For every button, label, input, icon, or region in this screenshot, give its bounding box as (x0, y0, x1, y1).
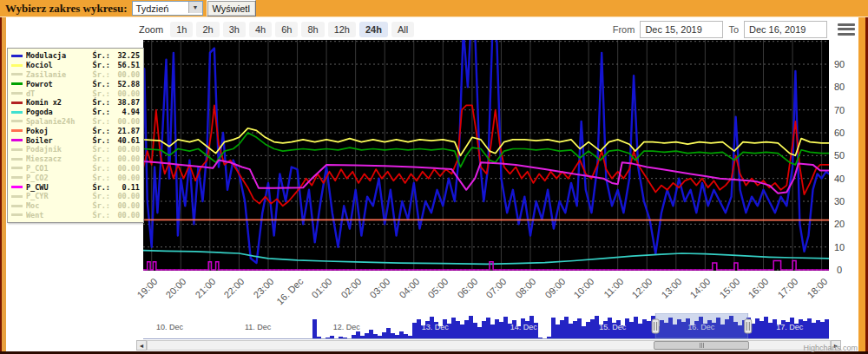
legend-swatch (11, 139, 23, 141)
legend-swatch (11, 186, 23, 188)
legend-item-spalanie24h[interactable]: Spalanie24hŚr.:00.00 (11, 117, 140, 127)
y-tick-90: 90 (831, 59, 848, 69)
legend-swatch (11, 92, 23, 95)
legend-series-name: Spalanie24h (26, 117, 93, 126)
legend-avg-prefix: Śr.: (93, 145, 110, 154)
range-selection-bar: Wybierz zakres wykresu: Tydzień ▼ Wyświe… (0, 0, 868, 17)
legend-avg-value: 56.51 (112, 61, 140, 69)
legend-avg-prefix: Śr.: (93, 201, 110, 210)
legend-avg-prefix: Śr.: (93, 211, 110, 220)
legend-series-name: Modulacja (26, 51, 93, 60)
navigator-left-handle[interactable] (652, 319, 659, 333)
navigator-label-13-Dec: 13. Dec (422, 323, 450, 331)
zoom-button-3h[interactable]: 3h (223, 22, 246, 37)
legend-swatch (11, 73, 23, 75)
legend-item-pokoj[interactable]: PokojŚr.:21.87 (11, 126, 140, 135)
scrollbar-left-arrow[interactable]: ◄ (136, 340, 147, 351)
legend-avg-value: 00.00 (112, 89, 140, 98)
x-tick-08-00: 08:00 (502, 276, 537, 311)
legend-item-p-cyr[interactable]: P_CYRŚr.:00.00 (11, 192, 140, 201)
zoom-button-all[interactable]: All (391, 22, 414, 37)
legend-avg-value: 00.00 (112, 174, 140, 182)
legend-avg-prefix: Śr.: (93, 183, 110, 192)
legend-avg-prefix: Śr.: (93, 108, 110, 116)
legend-avg-prefix: Śr.: (93, 98, 110, 107)
zoom-button-4h[interactable]: 4h (249, 22, 272, 37)
from-date-input[interactable] (640, 21, 723, 38)
legend-avg-prefix: Śr.: (93, 89, 110, 98)
navigator-label-14-Dec: 14. Dec (510, 323, 538, 331)
legend-item-p-cwu[interactable]: P_CWUŚr.:0.11 (11, 182, 140, 192)
legend-avg-prefix: Śr.: (93, 192, 110, 200)
y-tick-20: 20 (831, 219, 848, 229)
zoom-button-24h[interactable]: 24h (359, 22, 388, 37)
zoom-button-8h[interactable]: 8h (301, 22, 324, 37)
legend-swatch (11, 167, 23, 169)
legend-series-name: P_CO1 (26, 164, 93, 173)
chevron-down-icon[interactable]: ▼ (188, 2, 202, 13)
scrollbar-thumb[interactable] (654, 341, 749, 350)
frame-right-orange-stripe (858, 0, 865, 354)
legend-avg-prefix: Śr.: (93, 164, 110, 173)
hamburger-menu-icon[interactable] (838, 23, 855, 36)
legend-swatch (11, 111, 23, 114)
legend-avg-value: 40.61 (112, 136, 140, 145)
legend-series-name: P_CO2 (26, 174, 93, 182)
y-tick-60: 60 (831, 128, 848, 138)
legend-item-p-co1[interactable]: P_CO1Śr.:00.00 (11, 164, 140, 174)
zoom-button-2h[interactable]: 2h (196, 22, 219, 37)
legend-avg-prefix: Śr.: (93, 61, 110, 69)
navigator-right-handle[interactable] (745, 319, 752, 333)
legend-avg-prefix: Śr.: (93, 51, 110, 60)
legend-item-modulacja[interactable]: ModulacjaŚr.:32.25 (11, 51, 140, 61)
legend-avg-prefix: Śr.: (93, 80, 110, 88)
legend-swatch (11, 64, 23, 67)
legend-series-name: dT (26, 89, 93, 98)
range-select-value: Tydzień (136, 3, 169, 14)
legend-item-podajnik[interactable]: PodajnikŚr.:00.00 (11, 145, 140, 154)
display-button[interactable]: Wyświetl (207, 0, 256, 16)
to-date-input[interactable] (744, 21, 827, 38)
legend-item-moc[interactable]: MocŚr.:00.00 (11, 201, 140, 211)
chart-legend: ModulacjaŚr.:32.25KociolŚr.:56.51Zasilan… (7, 48, 144, 223)
legend-item-pogoda[interactable]: PogodaŚr.:4.94 (11, 108, 140, 117)
legend-item-boiler[interactable]: BoilerŚr.:40.61 (11, 135, 140, 145)
zoom-button-1h[interactable]: 1h (170, 22, 193, 37)
legend-swatch (11, 82, 23, 85)
zoom-button-12h[interactable]: 12h (328, 22, 356, 37)
legend-item-komin-x2[interactable]: Komin x2Śr.:38.87 (11, 98, 140, 108)
x-tick-18-00: 18:00 (793, 276, 829, 311)
legend-swatch (11, 129, 23, 132)
legend-item-p-co2[interactable]: P_CO2Śr.:00.00 (11, 173, 140, 182)
legend-series-name: Mieszacz (26, 154, 93, 163)
zoom-button-6h[interactable]: 6h (275, 22, 298, 37)
app-window: Wybierz zakres wykresu: Tydzień ▼ Wyświe… (0, 0, 868, 354)
legend-item-kociol[interactable]: KociolŚr.:56.51 (11, 61, 140, 70)
legend-series-name: Kociol (26, 61, 93, 69)
legend-item-went[interactable]: WentŚr.:00.00 (11, 211, 140, 220)
legend-series-name: Went (26, 211, 93, 220)
range-select-dropdown[interactable]: Tydzień ▼ (132, 1, 203, 16)
legend-avg-value: 00.00 (112, 70, 140, 79)
x-tick-23-00: 23:00 (240, 276, 275, 311)
navigator-scrollbar: ◄ ► (136, 340, 841, 351)
chart-navigator[interactable]: 10. Dec11. Dec12. Dec13. Dec14. Dec15. D… (143, 313, 829, 339)
frame-left-orange-stripe (2, 0, 6, 354)
legend-avg-prefix: Śr.: (93, 117, 110, 126)
legend-item-zasilanie[interactable]: ZasilanieŚr.:00.00 (11, 70, 140, 80)
legend-avg-prefix: Śr.: (93, 136, 110, 145)
legend-avg-value: 00.00 (112, 211, 140, 220)
legend-series-name: Moc (26, 201, 93, 210)
main-chart-plot[interactable] (143, 40, 829, 271)
legend-series-name: Podajnik (26, 145, 93, 154)
navigator-label-17-Dec: 17. Dec (776, 323, 804, 331)
legend-item-powrot[interactable]: PowrotŚr.:52.88 (11, 79, 140, 88)
navigator-label-15-Dec: 15. Dec (599, 323, 627, 331)
legend-swatch (11, 213, 23, 216)
y-tick-10: 10 (831, 242, 848, 252)
highcharts-credit[interactable]: Highcharts.com (773, 344, 858, 352)
date-range-group: From To (608, 21, 855, 38)
legend-series-name: P_CYR (26, 192, 93, 200)
legend-item-dt[interactable]: dTŚr.:00.00 (11, 88, 140, 98)
legend-item-mieszacz[interactable]: MieszaczŚr.:00.00 (11, 154, 140, 164)
